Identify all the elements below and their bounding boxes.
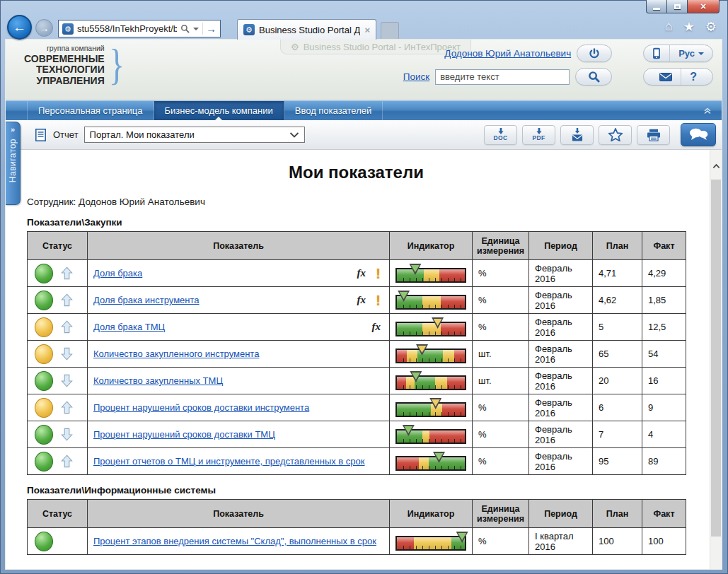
table-row: Доля бракаfx!%Февраль 20164,714,29	[28, 260, 686, 287]
indicator-gauge	[395, 402, 466, 417]
pdf-label: PDF	[532, 135, 545, 141]
trend-down-icon	[61, 347, 73, 361]
language-dropdown[interactable]: Рус	[669, 45, 712, 62]
address-search-icon[interactable]	[180, 24, 190, 33]
back-button[interactable]: ←	[7, 15, 32, 40]
navigator-label: Навигатор	[8, 139, 18, 182]
export-doc-button[interactable]: DOC	[484, 125, 517, 145]
browser-tab[interactable]: ⚙ Business Studio Portal Дод... ×	[237, 19, 376, 40]
navigator-panel-tab[interactable]: » Навигатор	[6, 122, 21, 205]
status-green-icon	[35, 452, 53, 472]
column-header: Индикатор	[390, 232, 473, 260]
trend-up-icon	[61, 266, 73, 280]
table-row: Процент нарушений сроков доставки ТМЦ%Фе…	[28, 421, 686, 448]
company-logo: группа компаний СОВРЕМЕННЫЕ ТЕХНОЛОГИИ У…	[24, 45, 127, 86]
vertical-scrollbar[interactable]	[710, 150, 722, 569]
url-text[interactable]: stu5558/InTekhProyekt/business	[77, 23, 177, 34]
section-title: Показатели\Закупки	[27, 217, 710, 228]
kpi-link[interactable]: Доля брака	[93, 268, 142, 279]
print-button[interactable]	[637, 125, 670, 145]
logout-button[interactable]	[577, 45, 612, 62]
kpi-link[interactable]: Процент нарушений сроков доставки инстру…	[93, 402, 309, 413]
logo-line: УПРАВЛЕНИЯ	[24, 76, 105, 86]
trend-up-icon	[61, 293, 73, 307]
tab-title: Business Studio Portal Дод...	[259, 25, 360, 35]
forward-button[interactable]: →	[35, 19, 53, 37]
indicator-gauge	[395, 429, 466, 444]
scroll-up-button[interactable]	[710, 160, 722, 172]
table-row: Количество закупленного инструменташт.Фе…	[28, 341, 686, 368]
favorite-button[interactable]	[599, 125, 632, 145]
new-tab-button[interactable]	[381, 22, 399, 40]
language-caret-icon	[698, 52, 704, 58]
power-icon	[589, 48, 600, 59]
favorites-star-icon[interactable]: ★	[683, 19, 695, 35]
table-row: Доля брака ТМЦfx%Февраль 2016512,5	[28, 314, 686, 341]
alert-icon: !	[376, 266, 381, 281]
trend-up-icon	[61, 266, 73, 280]
site-favicon-icon: ⚙	[62, 23, 74, 35]
column-header: Индикатор	[390, 500, 473, 528]
search-button[interactable]	[575, 68, 612, 86]
navbar-collapse-button[interactable]	[703, 101, 722, 120]
help-button[interactable]: ?	[681, 69, 705, 85]
logo-line: ТЕХНОЛОГИИ	[24, 64, 105, 75]
tab-favicon-icon: ⚙	[243, 24, 255, 35]
comments-button[interactable]	[681, 123, 716, 146]
indicator-gauge	[395, 536, 466, 551]
address-bar[interactable]: ⚙ stu5558/InTekhProyekt/business →	[58, 20, 221, 37]
column-header: План	[593, 232, 642, 260]
user-name-link[interactable]: Додонов Юрий Анатольевич	[444, 48, 571, 59]
address-dropdown-icon[interactable]	[193, 28, 199, 33]
trend-down-icon	[61, 347, 73, 361]
column-header: Статус	[28, 500, 88, 528]
report-select-value: Портал. Мои показатели	[90, 129, 289, 140]
main-navbar: Персональная страница Бизнес-модель комп…	[6, 100, 722, 120]
report-toolbar: Отчет Портал. Мои показатели DOC PDF	[6, 120, 722, 150]
formula-icon: fx	[372, 321, 381, 333]
table-row: Процент нарушений сроков доставки инстру…	[28, 394, 686, 421]
nav-tab-indicator-entry[interactable]: Ввод показателей	[284, 101, 383, 120]
mobile-version-button[interactable]	[644, 45, 669, 62]
status-green-icon	[35, 291, 53, 310]
scroll-up-icon	[712, 163, 720, 169]
browser-window: × ← → ⚙ stu5558/InTekhProyekt/business →…	[0, 0, 728, 574]
trend-up-icon	[61, 401, 73, 414]
trend-up-icon	[61, 401, 73, 414]
send-mail-button[interactable]	[560, 125, 594, 145]
column-header: План	[593, 500, 642, 528]
trend-up-icon	[61, 293, 73, 307]
download-arrow-icon	[536, 128, 543, 134]
indicator-gauge	[395, 456, 466, 471]
table-row: Процент отчетов о ТМЦ и инструменте, пре…	[28, 448, 686, 475]
mail-button[interactable]	[651, 69, 681, 85]
tab-close-icon[interactable]: ×	[364, 25, 370, 35]
nav-tab-business-model[interactable]: Бизнес-модель компании	[154, 101, 284, 120]
report-body: Показатели\ЗакупкиСтатусПоказательИндика…	[27, 217, 710, 555]
search-link[interactable]: Поиск	[403, 71, 429, 82]
doc-label: DOC	[493, 135, 507, 141]
mail-help-group: ?	[643, 68, 713, 86]
scrollbar-thumb[interactable]	[711, 180, 721, 537]
kpi-link[interactable]: Доля брака инструмента	[93, 295, 200, 305]
kpi-link[interactable]: Процент этапов внедрения системы "Склад"…	[93, 536, 376, 546]
search-input[interactable]	[435, 69, 570, 85]
nav-tab-personal-page[interactable]: Персональная страница	[27, 101, 154, 120]
mobile-language-group: Рус	[643, 45, 713, 62]
logo-brace: }	[108, 45, 124, 85]
export-pdf-button[interactable]: PDF	[522, 125, 555, 145]
column-header: Период	[529, 500, 593, 528]
home-icon[interactable]: ⌂	[665, 19, 673, 35]
report-select[interactable]: Портал. Мои показатели	[84, 127, 305, 143]
header-controls: Додонов Юрий Анатольевич Рус Поиск	[403, 45, 713, 86]
kpi-link[interactable]: Доля брака ТМЦ	[93, 322, 165, 332]
kpi-link[interactable]: Количество закупленных ТМЦ	[93, 375, 223, 386]
trend-down-icon	[61, 428, 73, 441]
speech-bubbles-icon	[689, 128, 708, 141]
nav-tab-label: Бизнес-модель компании	[165, 105, 273, 116]
kpi-link[interactable]: Количество закупленного инструмента	[93, 348, 259, 359]
go-button[interactable]: →	[202, 23, 216, 35]
kpi-link[interactable]: Процент отчетов о ТМЦ и инструменте, пре…	[93, 456, 365, 467]
settings-gear-icon[interactable]: ⚙	[705, 19, 717, 35]
kpi-link[interactable]: Процент нарушений сроков доставки ТМЦ	[93, 429, 275, 440]
